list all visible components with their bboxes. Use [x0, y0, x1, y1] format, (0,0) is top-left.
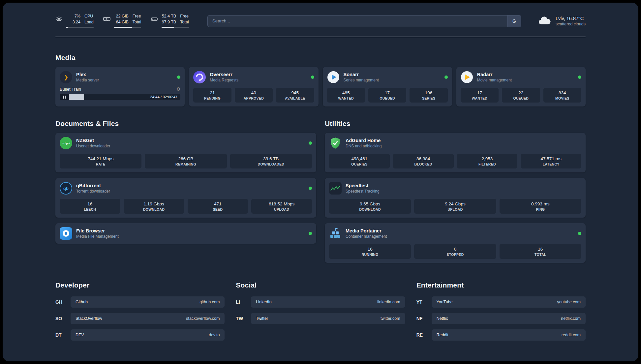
portainer-icon — [329, 227, 342, 240]
search-engine-button[interactable]: G — [507, 15, 521, 27]
developer-section-title: Developer — [55, 281, 225, 289]
cpu-load-value: 3.24 — [73, 20, 80, 25]
filebrowser-card[interactable]: File Browser Media File Management — [55, 223, 316, 244]
plex-card[interactable]: ❯ Plex Media server Bullet Train ⚙ — [55, 67, 185, 106]
disk-icon — [150, 15, 158, 23]
stat-tile: 498,461 QUERIES — [329, 154, 390, 168]
app-subtitle: Torrent downloader — [76, 189, 110, 194]
stat-tile: 22 QUEUED — [502, 88, 540, 103]
radarr-card[interactable]: Radarr Movie management 17 WANTED 22 QUE… — [456, 67, 586, 106]
stat-tile: 9.24 Gbps UPLOAD — [414, 199, 496, 214]
stat-tile: 9.65 Gbps DOWNLOAD — [329, 199, 411, 214]
search-input[interactable] — [208, 15, 507, 27]
bookmark-linkedin[interactable]: LinkedIn linkedin.com — [251, 296, 405, 308]
stat-tile: 834 MOVIES — [543, 88, 581, 103]
gear-icon[interactable]: ⚙ — [176, 86, 181, 92]
overseerr-card[interactable]: Overseerr Media Requests 21 PENDING 40 A… — [189, 67, 318, 106]
app-subtitle: Speedtest Tracking — [346, 189, 380, 194]
stat-tile: 17 QUEUED — [368, 88, 406, 103]
cloud-icon — [537, 16, 552, 26]
disk-progress-bar — [162, 27, 189, 28]
bookmark-netflix[interactable]: Netflix netflix.com — [432, 313, 586, 324]
speedtest-card[interactable]: Speedtest Speedtest Tracking 9.65 Gbps D… — [325, 178, 586, 218]
overseerr-icon — [193, 71, 206, 83]
stat-tile: 485 WANTED — [327, 88, 365, 103]
stat-tile: 16 LEECH — [60, 199, 120, 214]
bookmark-abbr: NF — [416, 316, 432, 321]
sonarr-icon — [327, 71, 340, 83]
disk-total-value: 97.9 TB — [162, 20, 176, 25]
app-name: Media Portainer — [346, 228, 387, 233]
app-subtitle: Movie management — [477, 78, 512, 82]
search-bar: G — [207, 15, 521, 27]
stat-tile: 471 SEED — [188, 199, 248, 214]
bookmark-youtube[interactable]: YouTube youtube.com — [432, 296, 586, 308]
bookmark-abbr: SO — [55, 316, 71, 321]
memory-icon — [103, 15, 111, 23]
bookmark-stackoverflow[interactable]: StackOverflow stackoverflow.com — [71, 313, 225, 324]
entertainment-section-title: Entertainment — [416, 281, 586, 289]
bookmark-abbr: LI — [236, 299, 251, 305]
stat-tile: 266 GB REMAINING — [145, 154, 227, 168]
status-dot — [578, 76, 581, 79]
entertainment-section: Entertainment YT YouTube youtube.com NF … — [416, 281, 586, 346]
system-metrics: 7% 3.24 CPU Load — [55, 14, 189, 28]
stat-tile: 16 TOTAL — [500, 244, 581, 259]
bookmark-twitter[interactable]: Twitter twitter.com — [251, 313, 405, 324]
bookmark-reddit[interactable]: Reddit reddit.com — [432, 329, 586, 341]
stat-tile: 86,384 BLOCKED — [393, 154, 454, 168]
playback-track — [69, 94, 147, 100]
cpu-label: CPU — [84, 14, 94, 19]
documents-section-title: Documents & Files — [55, 120, 316, 128]
disk-total-label: Total — [180, 20, 189, 25]
bookmark-row: SO StackOverflow stackoverflow.com — [55, 313, 225, 324]
playback-time: 24:44 / 02:06:47 — [147, 95, 180, 99]
utilities-section-title: Utilities — [325, 120, 586, 128]
stat-tile: 39.6 TB DOWNLOADED — [230, 154, 312, 168]
bookmark-row: GH Github github.com — [55, 296, 225, 308]
plex-icon: ❯ — [60, 71, 72, 83]
stat-tile: 21 PENDING — [193, 88, 231, 103]
bookmark-row: NF Netflix netflix.com — [416, 313, 586, 324]
bookmark-row: DT DEV dev.to — [55, 329, 225, 341]
filebrowser-icon — [60, 227, 72, 240]
playback-progress-bar[interactable]: 24:44 / 02:06:47 — [60, 94, 180, 100]
qbittorrent-card[interactable]: qb qBittorrent Torrent downloader 16 LEE… — [55, 178, 316, 218]
social-section-title: Social — [236, 281, 405, 289]
stat-tile: 2,953 FILTERED — [457, 154, 518, 168]
disk-free-label: Free — [180, 14, 189, 19]
bookmark-github[interactable]: Github github.com — [71, 296, 225, 308]
speedtest-sparkline-icon — [329, 182, 342, 195]
status-dot — [177, 76, 180, 79]
bookmark-dev[interactable]: DEV dev.to — [71, 329, 225, 341]
portainer-card[interactable]: Media Portainer Container management 16 … — [325, 223, 586, 263]
app-name: qBittorrent — [76, 183, 110, 188]
sonarr-card[interactable]: Sonarr Series management 485 WANTED 17 Q… — [323, 67, 452, 106]
app-subtitle: Container management — [346, 234, 387, 239]
bookmark-row: YT YouTube youtube.com — [416, 296, 586, 308]
bookmark-abbr: GH — [55, 299, 71, 305]
memory-total-value: 64 GiB — [116, 20, 129, 25]
app-subtitle: Media File Management — [76, 234, 119, 239]
social-section: Social LI LinkedIn linkedin.com TW Twitt… — [236, 281, 405, 346]
stat-tile: 0 STOPPED — [414, 244, 496, 259]
status-dot — [578, 232, 581, 235]
disk-metric: 52.4 TB 97.9 TB Free Total — [150, 14, 189, 28]
bookmark-abbr: YT — [416, 299, 432, 305]
pause-button[interactable] — [60, 94, 69, 100]
documents-section: Documents & Files nzbget NZBGet Usenet d… — [55, 120, 316, 244]
stat-tile: 47.571 ms LATENCY — [521, 154, 581, 168]
app-name: Overseerr — [210, 72, 238, 77]
status-dot — [311, 76, 314, 79]
memory-progress-bar — [114, 27, 141, 28]
app-name: File Browser — [76, 228, 119, 233]
app-name: NZBGet — [76, 138, 110, 143]
qbittorrent-icon: qb — [60, 182, 72, 195]
app-subtitle: Series management — [344, 78, 379, 82]
app-name: Speedtest — [346, 183, 380, 188]
nzbget-card[interactable]: nzbget NZBGet Usenet downloader 744.21 M… — [55, 133, 316, 172]
app-subtitle: Media Requests — [210, 78, 238, 82]
cpu-progress-bar — [66, 27, 94, 28]
stat-tile: 618.52 Mbps UPLOAD — [251, 199, 312, 214]
adguard-card[interactable]: AdGuard Home DNS and adblocking 498,461 … — [325, 133, 586, 172]
